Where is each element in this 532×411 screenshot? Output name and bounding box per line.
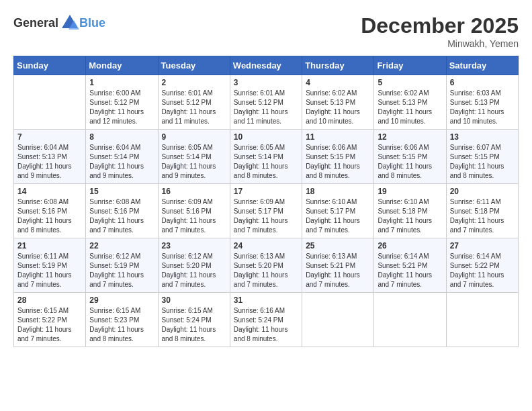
logo-icon [60,13,79,32]
calendar-cell: 5Sunrise: 6:02 AMSunset: 5:13 PMDaylight… [374,75,446,130]
calendar-cell: 8Sunrise: 6:04 AMSunset: 5:14 PMDaylight… [86,130,158,184]
calendar-cell: 2Sunrise: 6:01 AMSunset: 5:12 PMDaylight… [158,75,230,130]
day-info: Sunrise: 6:08 AMSunset: 5:16 PMDaylight:… [89,197,154,235]
day-info: Sunrise: 6:02 AMSunset: 5:13 PMDaylight:… [378,89,442,126]
calendar-cell: 17Sunrise: 6:09 AMSunset: 5:17 PMDayligh… [230,184,302,238]
calendar-cell: 18Sunrise: 6:10 AMSunset: 5:17 PMDayligh… [302,184,374,238]
day-info: Sunrise: 6:14 AMSunset: 5:22 PMDaylight:… [450,252,515,289]
day-number: 14 [17,187,82,196]
calendar-cell: 13Sunrise: 6:07 AMSunset: 5:15 PMDayligh… [446,130,518,184]
day-number: 3 [234,78,298,87]
day-info: Sunrise: 6:15 AMSunset: 5:23 PMDaylight:… [89,306,154,344]
location-subtitle: Minwakh, Yemen [361,38,519,49]
day-info: Sunrise: 6:12 AMSunset: 5:20 PMDaylight:… [162,252,226,289]
day-info: Sunrise: 6:13 AMSunset: 5:20 PMDaylight:… [234,252,298,289]
column-header-friday: Friday [374,56,446,75]
day-number: 23 [162,241,226,250]
title-area: December 2025 Minwakh, Yemen [361,13,519,49]
logo-general: General [13,16,58,30]
day-number: 28 [17,295,82,305]
calendar-cell: 20Sunrise: 6:11 AMSunset: 5:18 PMDayligh… [446,184,518,238]
month-year-title: December 2025 [361,13,519,38]
day-info: Sunrise: 6:06 AMSunset: 5:15 PMDaylight:… [378,143,442,181]
day-number: 11 [306,132,370,142]
day-number: 1 [89,78,154,87]
calendar-cell [374,293,446,347]
day-number: 18 [306,187,370,196]
calendar-cell: 29Sunrise: 6:15 AMSunset: 5:23 PMDayligh… [86,293,158,347]
calendar-cell [446,293,518,347]
day-number: 26 [378,241,442,250]
day-number: 31 [234,295,298,305]
calendar-cell: 22Sunrise: 6:12 AMSunset: 5:19 PMDayligh… [86,238,158,293]
day-info: Sunrise: 6:02 AMSunset: 5:13 PMDaylight:… [306,89,370,126]
calendar-cell: 27Sunrise: 6:14 AMSunset: 5:22 PMDayligh… [446,238,518,293]
calendar-week-row: 28Sunrise: 6:15 AMSunset: 5:22 PMDayligh… [14,293,519,347]
calendar-cell: 1Sunrise: 6:00 AMSunset: 5:12 PMDaylight… [86,75,158,130]
calendar-cell: 14Sunrise: 6:08 AMSunset: 5:16 PMDayligh… [14,184,86,238]
day-info: Sunrise: 6:15 AMSunset: 5:22 PMDaylight:… [17,306,82,344]
day-info: Sunrise: 6:01 AMSunset: 5:12 PMDaylight:… [234,89,298,126]
day-info: Sunrise: 6:03 AMSunset: 5:13 PMDaylight:… [450,89,515,126]
calendar-cell: 3Sunrise: 6:01 AMSunset: 5:12 PMDaylight… [230,75,302,130]
calendar-cell [14,75,86,130]
day-number: 19 [378,187,442,196]
day-number: 4 [306,78,370,87]
calendar-cell [302,293,374,347]
day-info: Sunrise: 6:14 AMSunset: 5:21 PMDaylight:… [378,252,442,289]
day-info: Sunrise: 6:09 AMSunset: 5:16 PMDaylight:… [162,197,226,235]
day-number: 8 [89,132,154,142]
calendar-cell: 25Sunrise: 6:13 AMSunset: 5:21 PMDayligh… [302,238,374,293]
day-number: 6 [450,78,515,87]
day-number: 10 [234,132,298,142]
day-info: Sunrise: 6:12 AMSunset: 5:19 PMDaylight:… [89,252,154,289]
day-info: Sunrise: 6:00 AMSunset: 5:12 PMDaylight:… [89,89,154,126]
calendar-cell: 9Sunrise: 6:05 AMSunset: 5:14 PMDaylight… [158,130,230,184]
day-info: Sunrise: 6:09 AMSunset: 5:17 PMDaylight:… [234,197,298,235]
column-header-thursday: Thursday [302,56,374,75]
day-info: Sunrise: 6:16 AMSunset: 5:24 PMDaylight:… [234,306,298,344]
calendar-header-row: SundayMondayTuesdayWednesdayThursdayFrid… [14,56,519,75]
day-number: 7 [17,132,82,142]
day-info: Sunrise: 6:11 AMSunset: 5:18 PMDaylight:… [450,197,515,235]
calendar-cell: 6Sunrise: 6:03 AMSunset: 5:13 PMDaylight… [446,75,518,130]
day-number: 12 [378,132,442,142]
day-number: 29 [89,295,154,305]
calendar-cell: 24Sunrise: 6:13 AMSunset: 5:20 PMDayligh… [230,238,302,293]
calendar-table: SundayMondayTuesdayWednesdayThursdayFrid… [13,56,519,347]
day-number: 24 [234,241,298,250]
day-info: Sunrise: 6:05 AMSunset: 5:14 PMDaylight:… [162,143,226,181]
day-info: Sunrise: 6:13 AMSunset: 5:21 PMDaylight:… [306,252,370,289]
day-info: Sunrise: 6:05 AMSunset: 5:14 PMDaylight:… [234,143,298,181]
calendar-cell: 10Sunrise: 6:05 AMSunset: 5:14 PMDayligh… [230,130,302,184]
calendar-week-row: 14Sunrise: 6:08 AMSunset: 5:16 PMDayligh… [14,184,519,238]
day-number: 2 [162,78,226,87]
day-info: Sunrise: 6:04 AMSunset: 5:14 PMDaylight:… [89,143,154,181]
day-info: Sunrise: 6:06 AMSunset: 5:15 PMDaylight:… [306,143,370,181]
day-number: 9 [162,132,226,142]
day-number: 15 [89,187,154,196]
calendar-week-row: 21Sunrise: 6:11 AMSunset: 5:19 PMDayligh… [14,238,519,293]
calendar-week-row: 7Sunrise: 6:04 AMSunset: 5:13 PMDaylight… [14,130,519,184]
column-header-saturday: Saturday [446,56,518,75]
day-info: Sunrise: 6:10 AMSunset: 5:17 PMDaylight:… [306,197,370,235]
day-info: Sunrise: 6:08 AMSunset: 5:16 PMDaylight:… [17,197,82,235]
day-number: 16 [162,187,226,196]
day-info: Sunrise: 6:10 AMSunset: 5:18 PMDaylight:… [378,197,442,235]
calendar-cell: 4Sunrise: 6:02 AMSunset: 5:13 PMDaylight… [302,75,374,130]
calendar-cell: 28Sunrise: 6:15 AMSunset: 5:22 PMDayligh… [14,293,86,347]
column-header-wednesday: Wednesday [230,56,302,75]
calendar-cell: 23Sunrise: 6:12 AMSunset: 5:20 PMDayligh… [158,238,230,293]
day-info: Sunrise: 6:15 AMSunset: 5:24 PMDaylight:… [162,306,226,344]
day-info: Sunrise: 6:11 AMSunset: 5:19 PMDaylight:… [17,252,82,289]
calendar-cell: 31Sunrise: 6:16 AMSunset: 5:24 PMDayligh… [230,293,302,347]
day-number: 30 [162,295,226,305]
column-header-tuesday: Tuesday [158,56,230,75]
calendar-cell: 19Sunrise: 6:10 AMSunset: 5:18 PMDayligh… [374,184,446,238]
calendar-cell: 30Sunrise: 6:15 AMSunset: 5:24 PMDayligh… [158,293,230,347]
calendar-cell: 26Sunrise: 6:14 AMSunset: 5:21 PMDayligh… [374,238,446,293]
calendar-cell: 15Sunrise: 6:08 AMSunset: 5:16 PMDayligh… [86,184,158,238]
calendar-cell: 16Sunrise: 6:09 AMSunset: 5:16 PMDayligh… [158,184,230,238]
page-header: General Blue December 2025 Minwakh, Yeme… [13,13,519,49]
calendar-cell: 12Sunrise: 6:06 AMSunset: 5:15 PMDayligh… [374,130,446,184]
